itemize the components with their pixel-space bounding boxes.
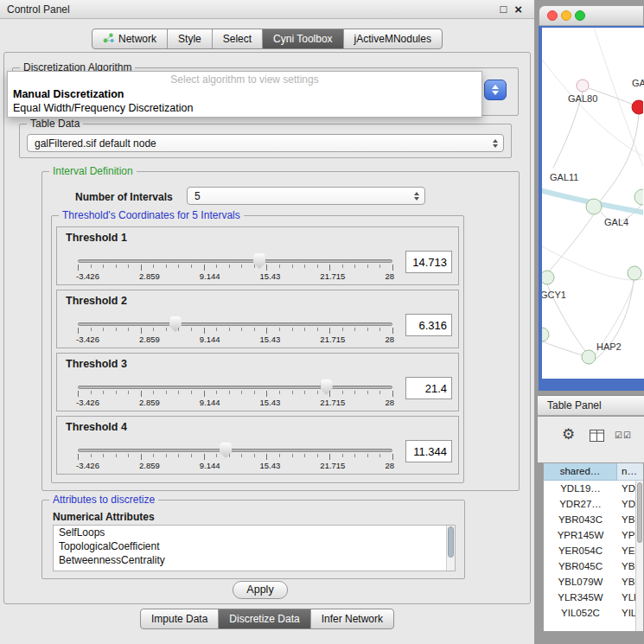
numerical-attributes-list[interactable]: SelfLoopsTopologicalCoefficientBetweenne…	[53, 525, 456, 571]
column-header-name[interactable]: n…	[617, 463, 643, 481]
table-row[interactable]: YBR043CYBR0	[544, 512, 643, 527]
tab-impute-data[interactable]: Impute Data	[141, 609, 219, 628]
cell-shared-name[interactable]: YBR043C	[544, 512, 617, 527]
tab-label: Select	[223, 33, 252, 45]
tab-network[interactable]: Network	[92, 29, 168, 48]
table-row[interactable]: YER054CYER0	[544, 543, 643, 558]
network-canvas[interactable]: GAL80 GA GAL11 GAL4 GCY1 HAP2	[542, 28, 644, 379]
close-icon[interactable]: ×	[514, 3, 522, 16]
combo-stepper-icon	[414, 192, 419, 201]
attribute-item-selfloops[interactable]: SelfLoops	[54, 526, 455, 539]
network-node[interactable]	[542, 271, 554, 284]
cell-shared-name[interactable]: YDL19…	[544, 481, 617, 496]
network-node[interactable]	[577, 80, 589, 92]
slider-track[interactable]	[78, 386, 392, 389]
tab-label: Impute Data	[151, 613, 207, 625]
stepper-up-icon	[492, 85, 499, 89]
table-data-combobox[interactable]: galFiltered.sif default node	[27, 134, 504, 152]
columns-icon[interactable]	[590, 430, 604, 444]
table-scrollbar[interactable]	[635, 481, 643, 631]
cell-shared-name[interactable]: YBR045C	[544, 558, 617, 574]
attribute-item-topologicalcoefficient[interactable]: TopologicalCoefficient	[54, 539, 455, 553]
tab-select[interactable]: Select	[213, 29, 263, 48]
table-row[interactable]: YPR145WYPR1	[544, 527, 643, 543]
tab-label: Cyni Toolbox	[273, 33, 332, 45]
cell-shared-name[interactable]: YDR27…	[544, 496, 617, 512]
network-node[interactable]	[586, 199, 602, 214]
network-node[interactable]	[634, 189, 643, 205]
cell-shared-name[interactable]: YIL052C	[544, 605, 617, 621]
column-header-shared-name[interactable]: shared…	[544, 463, 617, 481]
slider-tick-labels: -3.4262.8599.14415.4321.71528	[76, 335, 394, 344]
tab-label: jActiveMNodules	[354, 33, 431, 45]
tick-label: 28	[385, 398, 394, 407]
tab-jactivemnodules[interactable]: jActiveMNodules	[344, 29, 442, 48]
checkboxes-icon[interactable]: ☑☑	[615, 430, 632, 440]
number-of-intervals-combobox[interactable]: 5	[187, 187, 425, 205]
tick-label: 15.43	[260, 335, 281, 344]
attributes-group: Attributes to discretize Numerical Attri…	[41, 500, 465, 579]
mac-minimize-button[interactable]	[561, 10, 571, 21]
tick-label: -3.426	[76, 398, 99, 407]
bottom-tab-bar: Impute DataDiscretize DataInfer Network	[0, 609, 534, 629]
table-row[interactable]: YLR345WYLR3	[544, 590, 643, 605]
table-panel-title: Table Panel	[547, 399, 602, 411]
node-label-truncated: GA	[632, 78, 644, 88]
thresholds-group: Threshold's Coordinates for 5 Intervals …	[51, 215, 464, 483]
node-attribute-table: shared… n… YDL19…YDL1YDR27…YDR2YBR043CYB…	[543, 462, 644, 632]
list-scrollbar-thumb[interactable]	[448, 526, 454, 558]
table-row[interactable]: YIL052CYIL0	[544, 605, 643, 621]
slider-major-ticks	[78, 391, 393, 397]
threshold-value-field[interactable]: 11.344	[405, 440, 452, 462]
float-window-icon[interactable]: □	[500, 3, 507, 15]
list-scrollbar[interactable]	[446, 526, 455, 571]
cell-shared-name[interactable]: YPR145W	[544, 527, 617, 543]
node-label-gal11: GAL11	[550, 172, 578, 182]
slider-track[interactable]	[78, 322, 392, 326]
tick-label: 21.715	[320, 271, 345, 281]
gear-icon[interactable]: ⚙	[562, 427, 575, 442]
network-node[interactable]	[628, 266, 641, 280]
tab-infer-network[interactable]: Infer Network	[311, 609, 393, 628]
threshold-value-field[interactable]: 14.713	[405, 251, 452, 273]
number-of-intervals-label: Number of Intervals	[75, 191, 173, 203]
table-rows: YDL19…YDL1YDR27…YDR2YBR043CYBR0YPR145WYP…	[544, 481, 643, 621]
table-panel-toolbar: ⚙ ☑☑	[538, 417, 644, 462]
table-row[interactable]: YBR045CYBR0	[544, 558, 643, 574]
tab-style[interactable]: Style	[168, 29, 213, 48]
network-node[interactable]	[582, 350, 596, 364]
network-node[interactable]	[542, 328, 549, 341]
tick-label: 21.715	[320, 335, 345, 344]
table-row[interactable]: YDL19…YDL1	[544, 481, 643, 496]
apply-button[interactable]: Apply	[233, 581, 288, 599]
slider-track[interactable]	[78, 259, 392, 263]
algorithm-combo-stepper[interactable]	[484, 80, 507, 100]
threshold-value-field[interactable]: 21.4	[405, 377, 452, 399]
table-scrollbar-thumb[interactable]	[637, 482, 642, 543]
table-row[interactable]: YDR27…YDR2	[544, 496, 643, 512]
tab-discretize-data[interactable]: Discretize Data	[219, 609, 310, 628]
tick-label: 9.144	[200, 271, 220, 281]
interval-definition-label: Interval Definition	[49, 165, 137, 177]
tab-label: Infer Network	[322, 613, 383, 625]
cell-shared-name[interactable]: YBL079W	[544, 574, 617, 590]
attribute-item-betweennesscentrality[interactable]: BetweennessCentrality	[54, 553, 455, 567]
dropdown-option-equal-width-frequency-discretization[interactable]: Equal Width/Frequency Discretization	[8, 101, 481, 115]
network-window: GAL80 GA GAL11 GAL4 GCY1 HAP2	[539, 5, 644, 391]
tab-cyni-toolbox[interactable]: Cyni Toolbox	[263, 29, 343, 48]
tick-label: 2.859	[139, 461, 160, 470]
network-window-titlebar[interactable]	[539, 5, 644, 26]
cell-shared-name[interactable]: YLR345W	[544, 590, 617, 605]
window-controls: □ ×	[500, 3, 522, 16]
mac-close-button[interactable]	[547, 10, 558, 21]
network-edges	[542, 28, 643, 364]
dropdown-option-manual-discretization[interactable]: Manual Discretization	[8, 87, 481, 101]
threshold-value-field[interactable]: 6.316	[405, 314, 452, 336]
tick-label: 2.859	[139, 335, 160, 344]
table-row[interactable]: YBL079WYBL0	[544, 574, 643, 590]
cell-shared-name[interactable]: YER054C	[544, 543, 617, 558]
slider-track[interactable]	[78, 449, 392, 452]
network-node-red[interactable]	[632, 100, 643, 114]
algorithm-dropdown-popup: Select algorithm to view settings Manual…	[7, 71, 482, 118]
mac-zoom-button[interactable]	[575, 10, 585, 21]
